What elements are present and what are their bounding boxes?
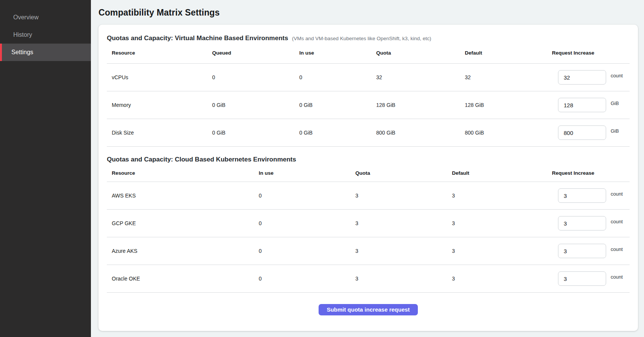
sidebar: Overview History Settings	[0, 0, 91, 337]
aws-eks-request-input[interactable]	[558, 188, 606, 203]
sidebar-item-history[interactable]: History	[0, 26, 91, 44]
aws-eks-quota-value: 3	[355, 193, 452, 199]
gcp-gke-unit-label: count	[611, 219, 623, 224]
memory-queued-value: 0 GiB	[212, 102, 299, 108]
vcpus-resource-label: vCPUs	[112, 74, 212, 80]
cloud-col-default: Default	[452, 170, 552, 176]
disk-default-value: 800 GiB	[465, 130, 552, 136]
table-row-memory: Memory 0 GiB 0 GiB 128 GiB 128 GiB GiB	[107, 91, 630, 119]
aws-eks-default-value: 3	[452, 193, 552, 199]
submit-quota-request-button[interactable]: Submit quota increase request	[319, 304, 417, 315]
cloud-col-in-use: In use	[259, 170, 355, 176]
vcpus-default-value: 32	[465, 74, 552, 80]
disk-request-cell: GiB	[552, 125, 630, 140]
card-footer: Submit quota increase request	[107, 304, 630, 315]
sidebar-item-settings-label: Settings	[11, 49, 33, 56]
page-title: Compatibility Matrix Settings	[98, 8, 638, 18]
azure-aks-quota-value: 3	[355, 248, 452, 254]
vm-quota-table: Resource Queued In use Quota Default Req…	[107, 42, 630, 147]
gcp-gke-quota-value: 3	[355, 220, 452, 226]
azure-aks-in-use-value: 0	[259, 248, 355, 254]
gcp-gke-request-cell: count	[552, 216, 630, 230]
disk-queued-value: 0 GiB	[212, 130, 299, 136]
azure-aks-default-value: 3	[452, 248, 552, 254]
cloud-table-bottom-divider	[107, 292, 630, 293]
disk-in-use-value: 0 GiB	[299, 130, 376, 136]
aws-eks-in-use-value: 0	[259, 193, 355, 199]
aws-eks-request-cell: count	[552, 188, 630, 203]
memory-request-input[interactable]	[558, 98, 606, 112]
sidebar-item-settings[interactable]: Settings	[0, 44, 91, 61]
azure-aks-request-input[interactable]	[558, 244, 606, 258]
vm-section-header: Quotas and Capacity: Virtual Machine Bas…	[107, 34, 630, 42]
disk-unit-label: GiB	[611, 128, 619, 134]
sidebar-item-overview[interactable]: Overview	[0, 9, 91, 26]
oracle-oke-quota-value: 3	[355, 276, 452, 282]
memory-unit-label: GiB	[611, 100, 619, 106]
vm-table-header-row: Resource Queued In use Quota Default Req…	[107, 42, 630, 63]
aws-eks-unit-label: count	[611, 191, 623, 197]
vm-section-title: Quotas and Capacity: Virtual Machine Bas…	[107, 34, 288, 42]
disk-resource-label: Disk Size	[112, 130, 212, 136]
oracle-oke-resource-label: Oracle OKE	[112, 276, 259, 282]
memory-quota-value: 128 GiB	[376, 102, 465, 108]
vm-col-request-increase: Request Increase	[552, 50, 630, 56]
gcp-gke-request-input[interactable]	[558, 216, 606, 230]
vcpus-request-cell: count	[552, 70, 630, 85]
vcpus-in-use-value: 0	[299, 74, 376, 80]
table-row-disk-size: Disk Size 0 GiB 0 GiB 800 GiB 800 GiB Gi…	[107, 119, 630, 146]
disk-request-input[interactable]	[558, 125, 606, 140]
gcp-gke-default-value: 3	[452, 220, 552, 226]
memory-resource-label: Memory	[112, 102, 212, 108]
oracle-oke-default-value: 3	[452, 276, 552, 282]
oracle-oke-unit-label: count	[611, 274, 623, 280]
oracle-oke-request-cell: count	[552, 271, 630, 286]
main-content: Compatibility Matrix Settings Quotas and…	[91, 0, 644, 337]
azure-aks-request-cell: count	[552, 244, 630, 258]
sidebar-item-history-label: History	[13, 31, 32, 38]
disk-quota-value: 800 GiB	[376, 130, 465, 136]
vcpus-unit-label: count	[611, 73, 623, 78]
memory-request-cell: GiB	[552, 98, 630, 112]
vcpus-request-input[interactable]	[558, 70, 606, 85]
vm-section-subtitle: (VMs and VM-based Kubernetes like OpenSh…	[292, 36, 431, 41]
oracle-oke-in-use-value: 0	[259, 276, 355, 282]
azure-aks-unit-label: count	[611, 246, 623, 252]
vm-table-bottom-divider	[107, 146, 630, 147]
memory-default-value: 128 GiB	[465, 102, 552, 108]
settings-card: Quotas and Capacity: Virtual Machine Bas…	[98, 25, 638, 331]
azure-aks-resource-label: Azure AKS	[112, 248, 259, 254]
table-row-azure-aks: Azure AKS 0 3 3 count	[107, 237, 630, 265]
aws-eks-resource-label: AWS EKS	[112, 193, 259, 199]
table-row-vcpus: vCPUs 0 0 32 32 count	[107, 63, 630, 91]
gcp-gke-resource-label: GCP GKE	[112, 220, 259, 226]
vcpus-queued-value: 0	[212, 74, 299, 80]
vm-col-queued: Queued	[212, 50, 299, 56]
cloud-section-header: Quotas and Capacity: Cloud Based Kuberne…	[107, 156, 630, 163]
gcp-gke-in-use-value: 0	[259, 220, 355, 226]
table-row-oracle-oke: Oracle OKE 0 3 3 count	[107, 265, 630, 292]
cloud-quota-table: Resource In use Quota Default Request In…	[107, 164, 630, 293]
cloud-table-header-row: Resource In use Quota Default Request In…	[107, 164, 630, 182]
vm-col-quota: Quota	[376, 50, 465, 56]
cloud-col-quota: Quota	[355, 170, 452, 176]
vm-col-in-use: In use	[299, 50, 376, 56]
cloud-col-resource: Resource	[112, 170, 259, 176]
cloud-col-request-increase: Request Increase	[552, 170, 630, 176]
oracle-oke-request-input[interactable]	[558, 271, 606, 286]
sidebar-item-overview-label: Overview	[13, 14, 39, 21]
table-row-gcp-gke: GCP GKE 0 3 3 count	[107, 209, 630, 237]
vm-col-default: Default	[465, 50, 552, 56]
cloud-section-title: Quotas and Capacity: Cloud Based Kuberne…	[107, 156, 296, 163]
memory-in-use-value: 0 GiB	[299, 102, 376, 108]
vcpus-quota-value: 32	[376, 74, 465, 80]
table-row-aws-eks: AWS EKS 0 3 3 count	[107, 182, 630, 209]
vm-col-resource: Resource	[112, 50, 212, 56]
